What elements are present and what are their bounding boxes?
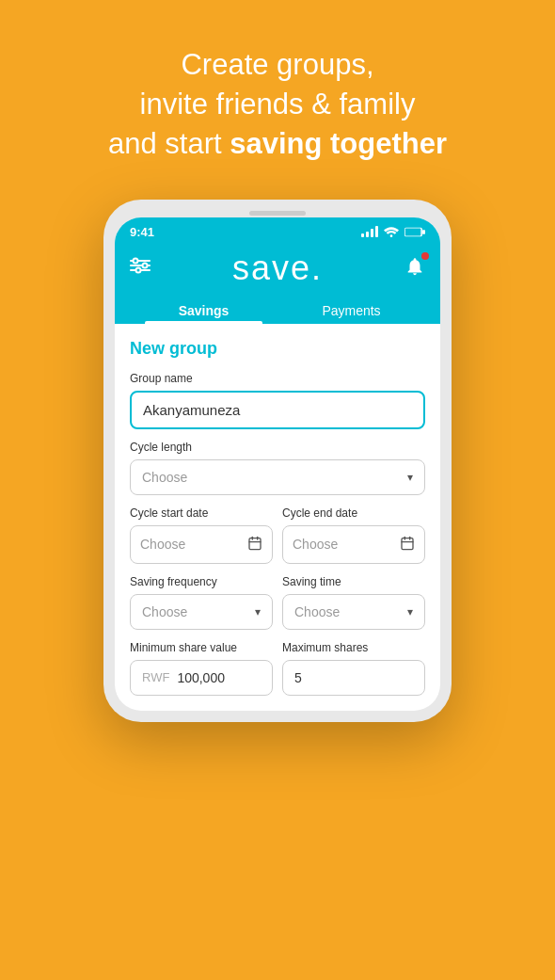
saving-time-label: Saving time (282, 575, 425, 588)
min-share-currency: RWF (142, 670, 169, 684)
tab-savings[interactable]: Savings (130, 294, 278, 324)
cycle-end-label: Cycle end date (282, 506, 425, 520)
min-share-col: Minimum share value RWF 100,000 (130, 641, 273, 696)
svg-rect-14 (402, 538, 413, 549)
group-name-label: Group name (130, 372, 425, 385)
saving-time-placeholder: Choose (294, 604, 340, 619)
svg-rect-10 (249, 538, 261, 549)
cycle-length-placeholder: Choose (142, 470, 187, 485)
cycle-length-chevron-icon: ▾ (407, 471, 413, 484)
cycle-end-calendar-icon (400, 536, 415, 554)
max-shares-value: 5 (294, 670, 302, 685)
notification-badge (421, 252, 429, 260)
cycle-length-group: Cycle length Choose ▾ (130, 441, 425, 495)
cycle-end-col: Cycle end date Choose (282, 506, 425, 564)
cycle-end-placeholder: Choose (293, 537, 338, 552)
phone-screen: 9:41 (115, 217, 440, 711)
svg-rect-2 (405, 228, 421, 235)
sliders-icon[interactable] (130, 257, 151, 279)
hero-line2: invite friends & family (140, 88, 416, 120)
form-container: New group Group name Cycle length Choose… (115, 324, 440, 711)
svg-point-5 (134, 259, 138, 264)
saving-frequency-select[interactable]: Choose ▾ (130, 594, 273, 630)
status-time: 9:41 (130, 225, 154, 239)
saving-time-chevron-icon: ▾ (407, 605, 413, 619)
saving-frequency-label: Saving frequency (130, 575, 273, 588)
share-value-row: Minimum share value RWF 100,000 Maximum … (130, 641, 425, 696)
max-shares-input-wrapper[interactable]: 5 (282, 660, 425, 696)
min-share-value: 100,000 (177, 670, 225, 685)
signal-icon (361, 226, 378, 237)
hero-line1: Create groups, (181, 48, 373, 81)
battery-icon (404, 227, 425, 237)
saving-time-col: Saving time Choose ▾ (282, 575, 425, 630)
hero-section: Create groups, invite friends & family a… (71, 0, 484, 190)
cycle-start-calendar-icon (247, 536, 262, 554)
svg-rect-3 (422, 230, 425, 234)
status-bar: 9:41 (115, 217, 440, 243)
app-header: save. Savings Payments (115, 243, 440, 324)
cycle-start-col: Cycle start date Choose (130, 506, 273, 564)
max-shares-label: Maximum shares (282, 641, 425, 654)
wifi-icon (384, 226, 399, 237)
cycle-start-placeholder: Choose (140, 537, 185, 552)
saving-frequency-col: Saving frequency Choose ▾ (130, 575, 273, 630)
saving-freq-time-row: Saving frequency Choose ▾ Saving time Ch… (130, 575, 425, 630)
status-icons (361, 226, 425, 237)
max-shares-col: Maximum shares 5 (282, 641, 425, 696)
min-share-input-wrapper[interactable]: RWF 100,000 (130, 660, 273, 696)
cycle-start-input[interactable]: Choose (130, 525, 273, 564)
hero-line3-bold: saving together (230, 127, 447, 160)
svg-point-0 (390, 234, 393, 237)
svg-point-9 (136, 268, 141, 273)
svg-point-7 (143, 264, 148, 268)
cycle-dates-row: Cycle start date Choose (130, 506, 425, 564)
cycle-length-select[interactable]: Choose ▾ (130, 459, 425, 495)
phone-mockup: 9:41 (103, 200, 452, 722)
saving-time-select[interactable]: Choose ▾ (282, 594, 425, 630)
hero-line3-prefix: and start (108, 127, 230, 160)
tab-payments[interactable]: Payments (278, 294, 425, 324)
cycle-start-label: Cycle start date (130, 506, 273, 520)
cycle-length-label: Cycle length (130, 441, 425, 454)
group-name-group: Group name (130, 372, 425, 429)
min-share-label: Minimum share value (130, 641, 273, 654)
form-title: New group (130, 339, 425, 359)
saving-frequency-chevron-icon: ▾ (255, 605, 261, 619)
nav-tabs: Savings Payments (130, 294, 425, 324)
group-name-input[interactable] (130, 391, 425, 429)
app-logo: save. (151, 249, 404, 288)
cycle-end-input[interactable]: Choose (282, 525, 425, 564)
bell-wrapper[interactable] (404, 256, 425, 281)
saving-frequency-placeholder: Choose (142, 604, 187, 619)
